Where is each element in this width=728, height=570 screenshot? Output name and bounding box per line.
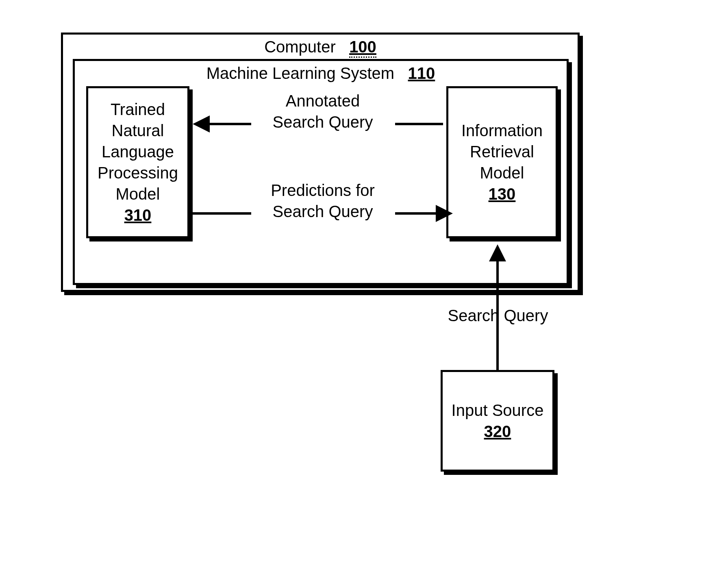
input-source-ref: 320 [484,422,511,440]
annotated-edge-label: Annotated Search Query [250,90,396,133]
computer-box: Computer 100 Machine Learning System 110… [61,33,580,292]
search-query-edge-label: Search Query [445,305,551,326]
nlp-model-ref: 310 [124,206,152,224]
predictions-edge-label: Predictions for Search Query [250,180,396,222]
ml-system-ref: 110 [408,64,435,82]
diagram-root: Computer 100 Machine Learning System 110… [61,33,671,537]
input-source-label: Input Source 320 [452,400,544,442]
input-source-box: Input Source 320 [441,370,554,472]
nlp-model-label: Trained Natural Language Processing Mode… [98,99,178,226]
ml-system-box: Machine Learning System 110 Trained Natu… [73,59,569,285]
ir-model-ref: 130 [489,185,516,203]
computer-title: Computer 100 [63,35,578,56]
nlp-model-box: Trained Natural Language Processing Mode… [86,86,189,238]
ml-system-label: Machine Learning System [206,64,394,82]
computer-ref: 100 [349,38,376,58]
ir-model-label: Information Retrieval Model 130 [461,120,543,205]
computer-label: Computer [264,38,336,56]
ml-system-title: Machine Learning System 110 [75,61,567,83]
ir-model-box: Information Retrieval Model 130 [446,86,558,238]
